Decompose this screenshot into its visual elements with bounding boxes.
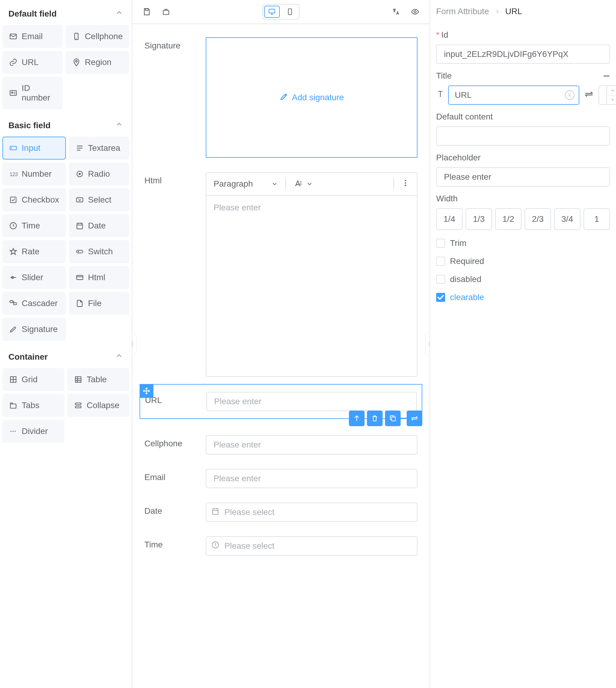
width-option[interactable]: 1/4: [436, 208, 463, 230]
id-input[interactable]: [436, 45, 610, 64]
expand-button[interactable]: [406, 410, 422, 426]
signature-pad[interactable]: Add signature: [206, 37, 417, 158]
canvas-area: Signature Add signature Html Paragraph: [132, 0, 430, 688]
field-item-grid[interactable]: Grid: [2, 368, 64, 391]
radio-icon: [75, 170, 84, 178]
width-option[interactable]: 1/3: [466, 208, 492, 230]
field-item-html[interactable]: Html: [69, 266, 129, 289]
canvas-field-url[interactable]: URL: [139, 384, 422, 419]
html-more-button[interactable]: [401, 179, 410, 189]
copy-button[interactable]: [385, 410, 401, 426]
field-item-collapse[interactable]: Collapse: [67, 394, 129, 417]
section-header[interactable]: Basic field: [2, 114, 129, 137]
required-checkbox[interactable]: [436, 257, 445, 266]
field-item-textarea[interactable]: Textarea: [69, 137, 129, 159]
preview-button[interactable]: [408, 4, 422, 19]
html-editor: Paragraph Please enter: [206, 172, 417, 377]
email-icon: [9, 32, 18, 41]
trim-checkbox[interactable]: [436, 239, 445, 248]
canvas-field-signature[interactable]: Signature Add signature: [145, 30, 417, 165]
default-content-input[interactable]: [436, 126, 610, 146]
save-button[interactable]: [139, 4, 154, 19]
briefcase-button[interactable]: [159, 4, 173, 19]
section-header[interactable]: Container: [2, 345, 129, 368]
signature-icon: [9, 325, 18, 334]
width-option[interactable]: 2/3: [525, 208, 551, 230]
chevron-up-icon: [115, 351, 123, 362]
html-content-area[interactable]: Please enter: [206, 196, 417, 376]
field-item-cellphone[interactable]: Cellphone: [66, 25, 129, 48]
chevron-right-icon: [494, 8, 501, 15]
required-checkbox-row[interactable]: Required: [436, 256, 610, 266]
canvas-field-html[interactable]: Html Paragraph: [145, 165, 417, 384]
field-item-time[interactable]: Time: [2, 214, 66, 237]
delete-button[interactable]: [367, 410, 382, 426]
stepper-up[interactable]: [607, 86, 616, 95]
disabled-checkbox-row[interactable]: disabled: [436, 275, 610, 284]
placeholder-input[interactable]: [436, 167, 610, 187]
disabled-checkbox[interactable]: [436, 275, 445, 284]
remove-title-button[interactable]: −: [603, 73, 610, 79]
field-item-cascader[interactable]: Cascader: [2, 292, 66, 315]
field-item-idnumber[interactable]: ID number: [2, 77, 63, 109]
collapse-right-panel[interactable]: [425, 332, 430, 356]
cellphone-input[interactable]: [206, 435, 417, 454]
drag-handle[interactable]: [139, 384, 153, 398]
width-option[interactable]: 3/4: [554, 208, 580, 230]
field-item-region[interactable]: Region: [66, 51, 129, 74]
field-item-url[interactable]: URL: [2, 51, 63, 74]
canvas-field-email[interactable]: Email: [145, 462, 417, 495]
title-input[interactable]: [448, 85, 579, 105]
field-item-radio[interactable]: Radio: [69, 163, 129, 186]
clearable-checkbox-row[interactable]: clearable: [436, 293, 610, 302]
field-item-divider[interactable]: Divider: [2, 420, 64, 443]
field-item-input[interactable]: Input: [2, 137, 66, 159]
canvas-field-cellphone[interactable]: Cellphone: [145, 428, 417, 462]
section-header[interactable]: Default field: [2, 2, 129, 25]
field-item-tabs[interactable]: Tabs: [2, 394, 64, 417]
checkbox-icon: [9, 196, 18, 204]
date-input[interactable]: [206, 502, 417, 522]
prop-label-placeholder: Placeholder: [436, 153, 481, 163]
collapse-left-panel[interactable]: [132, 332, 136, 356]
field-item-date[interactable]: Date: [69, 214, 129, 237]
trim-checkbox-row[interactable]: Trim: [436, 238, 610, 248]
idnumber-icon: [9, 89, 18, 97]
field-item-rate[interactable]: Rate: [2, 240, 66, 263]
width-option[interactable]: 1/2: [495, 208, 522, 230]
field-item-slider[interactable]: Slider: [2, 266, 66, 289]
canvas-field-date[interactable]: Date: [145, 495, 417, 529]
collapse-icon: [74, 401, 82, 410]
time-input[interactable]: [206, 536, 417, 556]
clock-icon: [211, 541, 220, 551]
move-up-button[interactable]: [349, 410, 365, 426]
field-item-signature[interactable]: Signature: [2, 318, 66, 341]
field-item-checkbox[interactable]: Checkbox: [2, 188, 66, 211]
translate-button[interactable]: [389, 4, 403, 19]
swap-icon[interactable]: [584, 89, 594, 101]
calendar-icon: [211, 507, 220, 518]
field-item-select[interactable]: Select: [69, 188, 129, 211]
form-canvas[interactable]: Signature Add signature Html Paragraph: [132, 24, 430, 688]
cellphone-icon: [72, 32, 81, 41]
field-item-number[interactable]: Number: [2, 163, 66, 186]
url-input[interactable]: [206, 392, 417, 411]
fontstyle-select[interactable]: [293, 179, 313, 188]
number-icon: [9, 170, 18, 178]
breadcrumb: Form Attribute URL: [436, 0, 610, 23]
width-option[interactable]: 1: [584, 208, 610, 230]
breadcrumb-root[interactable]: Form Attribute: [436, 7, 489, 16]
stepper-down[interactable]: [607, 95, 616, 104]
desktop-view-button[interactable]: [264, 6, 280, 18]
field-item-email[interactable]: Email: [2, 25, 63, 48]
field-item-switch[interactable]: Switch: [69, 240, 129, 263]
paragraph-select[interactable]: Paragraph: [214, 179, 278, 189]
field-item-table[interactable]: Table: [67, 368, 129, 391]
clear-title-button[interactable]: [565, 90, 574, 100]
field-item-file[interactable]: File: [69, 292, 129, 315]
email-input[interactable]: [206, 469, 417, 488]
signature-action-label: Add signature: [292, 93, 344, 102]
clearable-checkbox[interactable]: [436, 293, 445, 302]
mobile-view-button[interactable]: [282, 6, 298, 18]
canvas-field-time[interactable]: Time: [145, 529, 417, 563]
